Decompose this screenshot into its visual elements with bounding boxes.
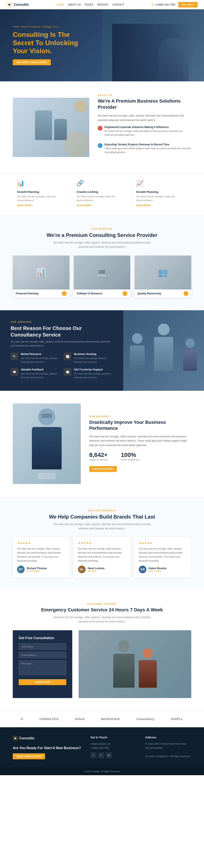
why-item-4: 🕐 24x7 Customer Support Our team has the… xyxy=(64,368,112,379)
service-card-label-2: Software & Research → xyxy=(74,289,130,298)
services-grid: 📊 Financial Planning → 💻 Software & Rese… xyxy=(13,255,191,298)
testimonial-text-1: Our team has the courage, skills, passio… xyxy=(17,547,65,563)
footer-contact-col: Get In Touch info@example.com +1(866) 43… xyxy=(91,736,137,759)
service-card-arrow-2[interactable]: → xyxy=(123,291,127,296)
service-card-3[interactable]: 👥 Quality Resourcing → xyxy=(134,255,191,298)
social-twitter[interactable]: t xyxy=(98,752,104,758)
service-card-image-3: 👥 xyxy=(134,255,191,289)
service-card-1[interactable]: 📊 Financial Planning → xyxy=(13,255,70,298)
about-item-icon-1: ✓ xyxy=(98,126,102,130)
stat-number-2: 100% xyxy=(121,452,139,458)
nav-pages[interactable]: PAGES xyxy=(85,3,93,6)
contact-image-inner xyxy=(79,630,191,698)
about-image-container xyxy=(13,98,89,157)
why-item-text-2: Business Growing Our team has courage, p… xyxy=(74,352,112,364)
feature-icon-2: 🔗 xyxy=(76,180,85,188)
header-phone: +1(866) 430-7490 xyxy=(152,3,175,6)
contact-message-input[interactable] xyxy=(19,660,66,675)
why-item-text-3: Valuable Feedback Our team has the coura… xyxy=(21,368,59,379)
footer-cta-button[interactable]: YOUR CONSULTATION xyxy=(13,753,45,759)
footer-email: info@example.com xyxy=(91,742,137,746)
testimonial-card-3: ★★★★★ Our team has the courage, skills, … xyxy=(134,537,191,578)
testimonials-desc: Our team has the courage, skills, passio… xyxy=(49,522,155,531)
why-icon-2: 📈 xyxy=(64,352,71,360)
contact-image xyxy=(79,630,191,698)
stat-label-2: Client Satisfaction xyxy=(121,458,139,461)
methods-desc: Our team has the courage, skills, passio… xyxy=(89,434,191,447)
hero-heading: Consulting Is The Secret To Unlocking Yo… xyxy=(13,31,78,55)
phone-icon xyxy=(152,3,154,6)
footer-contact-title: Get In Touch xyxy=(91,736,137,739)
testimonial-card-1: ★★★★★ Our team has the courage, skills, … xyxy=(13,537,70,578)
social-links: f t in xyxy=(91,752,137,758)
header-cta-button[interactable]: GET HELP xyxy=(178,2,198,7)
why-desc: Our team has the courage, skills, passio… xyxy=(10,340,112,347)
service-card-label-1: Financial Planning → xyxy=(13,289,70,298)
footer-bottom: © 2024 Consultic. All Rights Reserved. xyxy=(0,768,204,775)
footer-cta-title: Are You Ready For Start A New Business? xyxy=(13,746,82,750)
contact-name-input[interactable] xyxy=(19,643,66,650)
contact-submit-button[interactable]: SUBMIT NOW xyxy=(19,679,66,685)
service-card-arrow-1[interactable]: → xyxy=(62,291,67,296)
logo[interactable]: Consultic xyxy=(6,2,29,8)
nav-home[interactable]: HOME xyxy=(56,3,64,6)
author-info-2: Henri Louises Manager xyxy=(88,567,105,572)
why-item-1: 🔍 Market Research Our team has the coura… xyxy=(10,352,59,364)
testimonials-label: OUR TESTIMONIALS xyxy=(13,509,191,512)
service-card-image-1: 📊 xyxy=(13,255,70,289)
partners-section: P CONSULTICS HiTeck BOOKSTACK Consultanc… xyxy=(0,711,204,727)
testimonials-section: OUR TESTIMONIALS We Help Companies Build… xyxy=(0,497,204,590)
why-item-3: 💬 Valuable Feedback Our team has the cou… xyxy=(10,368,59,379)
testimonials-grid: ★★★★★ Our team has the courage, skills, … xyxy=(13,537,191,578)
methods-cta-button[interactable]: DISCOVER MORE xyxy=(89,466,117,472)
feature-readmore-3[interactable]: READ MORE › xyxy=(136,204,187,207)
contact-title: Emergency Customer Service 24 Hours 7 Da… xyxy=(13,607,191,613)
stat-item-1: 8,642+ Happy Customers xyxy=(89,452,108,461)
footer-address-lines: P.O Box 2024 73 Altra Street New Town Su… xyxy=(145,742,191,758)
about-intro: Our team has the courage, skills, passio… xyxy=(98,114,191,122)
author-2: HL Henri Louises Manager xyxy=(78,566,126,573)
why-icon-3: 💬 xyxy=(10,368,18,376)
nav-service[interactable]: SERVICE xyxy=(97,3,108,6)
author-info-3: Kalem Ricardo Team Leader xyxy=(149,567,167,572)
partner-logo-2: CONSULTICS xyxy=(39,717,58,721)
contact-form-title: Get Free Consultation xyxy=(19,636,66,640)
about-section: ABOUT US We're A Premium Business Soluti… xyxy=(0,82,204,173)
feature-icon-1: 📊 xyxy=(17,180,26,188)
social-facebook[interactable]: f xyxy=(91,752,97,758)
hero-cta-button[interactable]: GET FREE CONSULTATION xyxy=(13,59,51,65)
service-card-2[interactable]: 💻 Software & Research → xyxy=(74,255,130,298)
why-section: OUR SERVICES Best Reason For Choose Our … xyxy=(0,310,204,391)
feature-readmore-2[interactable]: READ MORE › xyxy=(76,204,127,207)
partner-logo-6: START-L xyxy=(171,717,183,721)
feature-title-2: Creative Linking xyxy=(76,190,127,193)
contact-form-card: Get Free Consultation SUBMIT NOW xyxy=(13,630,72,698)
why-item-2: 📈 Business Growing Our team has courage,… xyxy=(64,352,112,364)
testimonial-text-2: Our team has the courage, skills, passio… xyxy=(78,547,126,563)
about-item-text-2: Executing Turnkey Projects Overseas In R… xyxy=(105,143,191,157)
author-avatar-img-2: HL xyxy=(78,566,86,573)
footer-logo[interactable]: Consultic xyxy=(13,736,82,741)
hero-section: Solve Problems, Change Lives Consulting … xyxy=(0,9,204,82)
service-card-label-3: Quality Resourcing → xyxy=(134,289,191,298)
features-row: 📊 Growth Planning Our team has the coura… xyxy=(0,173,204,215)
nav-about[interactable]: ABOUT US xyxy=(68,3,81,6)
footer-copyright: © 2024 Consultic. All Rights Reserved. xyxy=(84,770,120,773)
service-card-arrow-3[interactable]: → xyxy=(184,291,188,296)
services-desc: Our team has the courage, skills, passio… xyxy=(49,241,155,249)
header: Consultic HOME ABOUT US PAGES SERVICE CO… xyxy=(0,0,204,9)
social-linkedin[interactable]: in xyxy=(106,752,112,758)
about-content: ABOUT US We're A Premium Business Soluti… xyxy=(98,94,191,160)
why-image xyxy=(123,310,204,391)
about-item-icon-2: ✓ xyxy=(98,143,102,148)
author-role-2: Manager xyxy=(88,570,105,572)
feature-icon-3: 📈 xyxy=(136,180,145,188)
feature-readmore-1[interactable]: READ MORE › xyxy=(17,204,68,207)
contact-label: CUSTOMER SUPPORT xyxy=(13,603,191,605)
testimonial-card-2: ★★★★★ Our team has the courage, skills, … xyxy=(74,537,130,578)
contact-email-input[interactable] xyxy=(19,652,66,658)
nav-contact[interactable]: CONTACT xyxy=(112,3,124,6)
footer-logo-icon xyxy=(13,736,18,741)
methods-content: OUR METHODS Drastically Improve Your Bus… xyxy=(89,415,191,472)
why-grid: 🔍 Market Research Our team has the coura… xyxy=(10,352,112,379)
